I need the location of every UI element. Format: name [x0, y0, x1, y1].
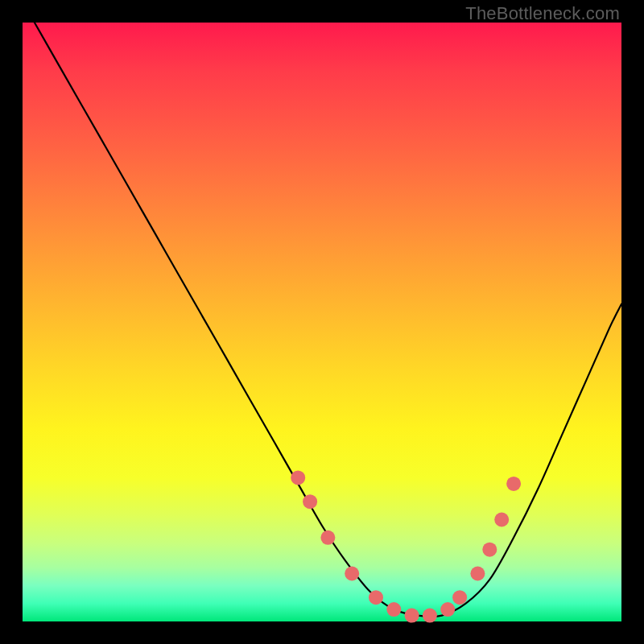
highlight-marker: [452, 590, 467, 605]
highlight-marker: [386, 602, 401, 617]
highlight-marker: [494, 513, 509, 527]
watermark-text: TheBottleneck.com: [465, 3, 620, 24]
highlight-marker: [470, 567, 485, 581]
highlight-marker: [369, 590, 383, 605]
highlight-marker: [506, 477, 521, 491]
highlight-markers: [291, 470, 521, 622]
chart-frame: TheBottleneck.com: [0, 0, 644, 644]
highlight-marker: [320, 530, 335, 545]
plot-area: [23, 23, 621, 621]
bottleneck-curve: [35, 23, 621, 617]
highlight-marker: [405, 609, 419, 623]
highlight-marker: [482, 543, 497, 557]
highlight-marker: [423, 609, 437, 623]
highlight-marker: [440, 602, 455, 617]
highlight-marker: [303, 494, 317, 509]
highlight-marker: [291, 470, 305, 485]
curve-svg: [23, 23, 621, 621]
highlight-marker: [345, 567, 359, 581]
